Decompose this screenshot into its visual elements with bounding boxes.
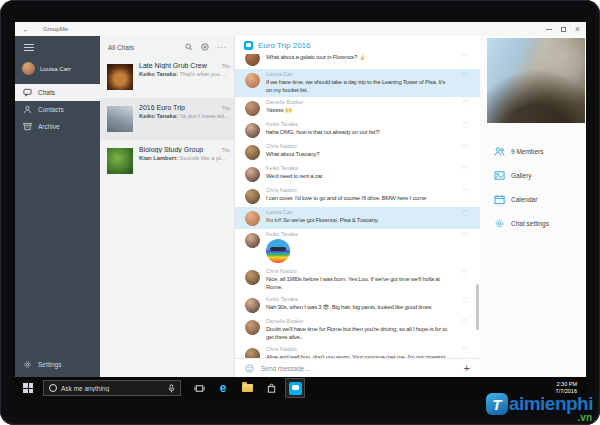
- gallery-icon: [494, 170, 505, 181]
- heart-icon[interactable]: ♡: [458, 122, 472, 138]
- user-name: Louisa Carr: [40, 66, 71, 72]
- heart-icon[interactable]: ♡: [458, 347, 472, 358]
- search-input[interactable]: [61, 385, 164, 392]
- store-button[interactable]: [261, 378, 281, 398]
- chat-list-header: All Chats ···: [100, 38, 234, 56]
- hamburger-menu-icon[interactable]: [24, 44, 34, 51]
- heart-icon[interactable]: ♡: [458, 269, 472, 291]
- message-text: What about Tuscany?: [266, 150, 452, 158]
- chat-message: Louisa Carr I'm in!! So we've got Floren…: [235, 207, 480, 229]
- heart-icon[interactable]: ♡: [458, 72, 472, 94]
- chat-list-item[interactable]: Late Night Grub CrewThu Keiko Tanaka: Th…: [100, 56, 234, 98]
- task-view-icon: [194, 383, 205, 394]
- avatar: [245, 233, 260, 248]
- chat-message: What about a gelato tour in Florence? 🍦 …: [235, 54, 480, 69]
- heart-icon[interactable]: ♡: [458, 100, 472, 116]
- cortana-icon[interactable]: [49, 384, 57, 392]
- microphone-icon[interactable]: [168, 384, 175, 393]
- message-sender: Keiko Tanaka: [266, 121, 452, 127]
- group-cover-photo: [487, 38, 585, 123]
- menu-item-label: Calendar: [511, 196, 537, 203]
- chat-time: Thu: [221, 63, 230, 69]
- titlebar: ← GroupMe ×: [15, 22, 586, 36]
- menu-item-label: 9 Members: [511, 148, 544, 155]
- chat-list-item[interactable]: 2016 Euro TripThu Keiko Tanaka: Ya don't…: [100, 98, 234, 140]
- sidebar-item-archive[interactable]: Archive: [15, 118, 100, 135]
- file-explorer-button[interactable]: [237, 378, 257, 398]
- app-title: GroupMe: [43, 26, 68, 32]
- heart-icon[interactable]: ♡: [458, 319, 472, 341]
- emoji-icon[interactable]: [245, 364, 254, 373]
- edge-browser-button[interactable]: e: [213, 378, 233, 398]
- message-input[interactable]: [261, 365, 457, 372]
- sidebar-item-settings[interactable]: Settings: [15, 356, 100, 373]
- menu-item-calendar[interactable]: Calendar: [480, 187, 586, 211]
- gear-icon: [23, 360, 32, 369]
- chat-message: Louisa Carr If we have time, we should t…: [235, 69, 480, 97]
- menu-item-label: Gallery: [511, 172, 532, 179]
- scrollbar-thumb[interactable]: [476, 284, 479, 330]
- heart-icon[interactable]: ♡: [458, 188, 472, 204]
- heart-icon[interactable]: ♡: [458, 210, 472, 226]
- heart-icon[interactable]: ♡: [458, 144, 472, 160]
- chat-message: Danielle Booker Yassss 🙌 ♡: [235, 97, 480, 119]
- attach-plus-icon[interactable]: +: [464, 363, 470, 374]
- clock-time: 2:30 PM: [556, 381, 577, 388]
- rainbow-sunglasses-emoji: [266, 239, 290, 263]
- chat-sender: Keiko Tanaka:: [139, 71, 178, 77]
- maximize-icon[interactable]: [561, 27, 566, 32]
- contacts-icon: [23, 105, 32, 114]
- groupme-taskbar-button[interactable]: [285, 378, 305, 398]
- folder-icon: [242, 384, 253, 392]
- chat-list-item[interactable]: Biology Study GroupThu Kian Lambert: Sou…: [100, 140, 234, 182]
- chat-time: Thu: [221, 105, 230, 111]
- group-avatar-icon: [244, 41, 253, 50]
- details-panel: 9 Members Gallery Calendar Chat settings: [480, 36, 586, 377]
- close-icon[interactable]: ×: [575, 25, 580, 34]
- chat-message: Keiko Tanaka ♡: [235, 229, 480, 266]
- message-sender: Chris Naidoo: [266, 268, 452, 274]
- chat-title: 2016 Euro Trip: [139, 104, 218, 111]
- edge-icon: e: [220, 382, 227, 394]
- heart-icon[interactable]: ♡: [458, 297, 472, 313]
- back-icon[interactable]: ←: [23, 26, 30, 33]
- avatar: [245, 54, 260, 66]
- sidebar-user[interactable]: Louisa Carr: [22, 62, 100, 75]
- heart-icon[interactable]: ♡: [458, 54, 472, 66]
- new-chat-icon[interactable]: [201, 43, 209, 51]
- menu-item-members[interactable]: 9 Members: [480, 139, 586, 163]
- heart-icon[interactable]: ♡: [458, 232, 472, 263]
- chat-list-panel: All Chats ··· Late Night Grub CrewThu Ke…: [100, 36, 235, 377]
- menu-item-label: Chat settings: [511, 220, 549, 227]
- conversation-title[interactable]: Euro Trip 2016: [258, 41, 310, 50]
- more-options-icon[interactable]: ···: [217, 44, 227, 51]
- chat-message: Chris Naidoo What about Tuscany? ♡: [235, 141, 480, 163]
- menu-item-gallery[interactable]: Gallery: [480, 163, 586, 187]
- watermark-tld: .vn: [578, 412, 592, 423]
- message-text: Yassss 🙌: [266, 106, 452, 114]
- avatar: [245, 189, 260, 204]
- taimienphi-watermark: T aimienphi .vn: [486, 393, 593, 415]
- conversation-panel: Euro Trip 2016 What about a gelato tour …: [235, 36, 480, 377]
- message-text: I'm in!! So we've got Florence, Pisa & T…: [266, 216, 452, 224]
- avatar: [245, 145, 260, 160]
- message-text: If we have time, we should take a day tr…: [266, 78, 452, 94]
- search-icon[interactable]: [185, 43, 193, 51]
- message-text: Doubt we'll have time for Rome but then …: [266, 325, 452, 341]
- message-sender: Keiko Tanaka: [266, 231, 452, 237]
- heart-icon[interactable]: ♡: [458, 166, 472, 182]
- sidebar-item-label: Contacts: [38, 106, 64, 113]
- message-text: haha OMG, how is that not already on our…: [266, 128, 452, 136]
- start-button[interactable]: [23, 383, 33, 393]
- avatar: [245, 211, 260, 226]
- sidebar-item-contacts[interactable]: Contacts: [15, 101, 100, 118]
- minimize-icon[interactable]: [546, 29, 552, 30]
- chat-title: Late Night Grub Crew: [139, 62, 218, 69]
- chat-message: Chris Naidoo Alive and well hun, don't y…: [235, 344, 480, 358]
- message-sender: Danielle Booker: [266, 318, 452, 324]
- task-view-button[interactable]: [189, 378, 209, 398]
- sidebar-item-chats[interactable]: Chats: [15, 84, 100, 101]
- menu-item-chat-settings[interactable]: Chat settings: [480, 211, 586, 235]
- user-avatar: [22, 62, 35, 75]
- sidebar-item-label: Settings: [38, 361, 62, 368]
